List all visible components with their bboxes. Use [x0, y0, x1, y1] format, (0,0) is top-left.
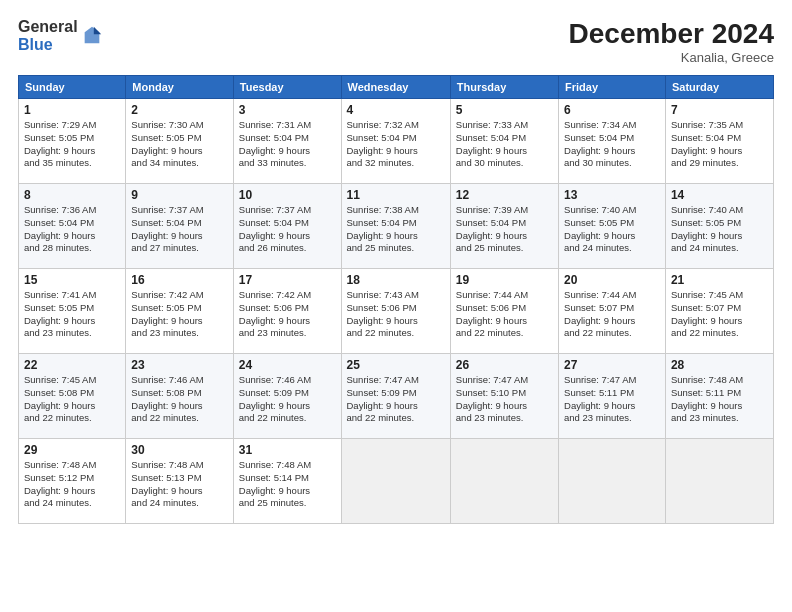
day-cell: 19Sunrise: 7:44 AM Sunset: 5:06 PM Dayli… — [450, 269, 558, 354]
day-cell: 3Sunrise: 7:31 AM Sunset: 5:04 PM Daylig… — [233, 99, 341, 184]
day-number: 13 — [564, 188, 660, 202]
day-number: 8 — [24, 188, 120, 202]
day-header-sunday: Sunday — [19, 76, 126, 99]
day-number: 1 — [24, 103, 120, 117]
calendar-table: SundayMondayTuesdayWednesdayThursdayFrid… — [18, 75, 774, 524]
day-cell: 11Sunrise: 7:38 AM Sunset: 5:04 PM Dayli… — [341, 184, 450, 269]
day-cell: 24Sunrise: 7:46 AM Sunset: 5:09 PM Dayli… — [233, 354, 341, 439]
day-number: 21 — [671, 273, 768, 287]
day-number: 14 — [671, 188, 768, 202]
week-row-0: 1Sunrise: 7:29 AM Sunset: 5:05 PM Daylig… — [19, 99, 774, 184]
day-number: 17 — [239, 273, 336, 287]
day-info: Sunrise: 7:32 AM Sunset: 5:04 PM Dayligh… — [347, 119, 445, 170]
month-title: December 2024 — [569, 18, 774, 50]
week-row-1: 8Sunrise: 7:36 AM Sunset: 5:04 PM Daylig… — [19, 184, 774, 269]
day-info: Sunrise: 7:35 AM Sunset: 5:04 PM Dayligh… — [671, 119, 768, 170]
day-cell: 31Sunrise: 7:48 AM Sunset: 5:14 PM Dayli… — [233, 439, 341, 524]
logo-text: General Blue — [18, 18, 78, 53]
day-cell: 12Sunrise: 7:39 AM Sunset: 5:04 PM Dayli… — [450, 184, 558, 269]
day-info: Sunrise: 7:41 AM Sunset: 5:05 PM Dayligh… — [24, 289, 120, 340]
day-cell — [665, 439, 773, 524]
day-cell: 16Sunrise: 7:42 AM Sunset: 5:05 PM Dayli… — [126, 269, 233, 354]
day-cell: 8Sunrise: 7:36 AM Sunset: 5:04 PM Daylig… — [19, 184, 126, 269]
day-number: 31 — [239, 443, 336, 457]
day-header-thursday: Thursday — [450, 76, 558, 99]
day-info: Sunrise: 7:47 AM Sunset: 5:10 PM Dayligh… — [456, 374, 553, 425]
day-info: Sunrise: 7:39 AM Sunset: 5:04 PM Dayligh… — [456, 204, 553, 255]
header: General Blue December 2024 Kanalia, Gree… — [18, 18, 774, 65]
day-number: 28 — [671, 358, 768, 372]
day-number: 29 — [24, 443, 120, 457]
day-number: 2 — [131, 103, 227, 117]
day-info: Sunrise: 7:42 AM Sunset: 5:06 PM Dayligh… — [239, 289, 336, 340]
day-cell: 30Sunrise: 7:48 AM Sunset: 5:13 PM Dayli… — [126, 439, 233, 524]
logo-icon — [81, 25, 103, 47]
day-cell: 26Sunrise: 7:47 AM Sunset: 5:10 PM Dayli… — [450, 354, 558, 439]
day-info: Sunrise: 7:46 AM Sunset: 5:09 PM Dayligh… — [239, 374, 336, 425]
day-number: 9 — [131, 188, 227, 202]
day-number: 7 — [671, 103, 768, 117]
day-info: Sunrise: 7:37 AM Sunset: 5:04 PM Dayligh… — [131, 204, 227, 255]
day-number: 20 — [564, 273, 660, 287]
day-number: 16 — [131, 273, 227, 287]
day-cell: 18Sunrise: 7:43 AM Sunset: 5:06 PM Dayli… — [341, 269, 450, 354]
day-number: 4 — [347, 103, 445, 117]
day-info: Sunrise: 7:40 AM Sunset: 5:05 PM Dayligh… — [564, 204, 660, 255]
day-cell: 2Sunrise: 7:30 AM Sunset: 5:05 PM Daylig… — [126, 99, 233, 184]
day-info: Sunrise: 7:45 AM Sunset: 5:07 PM Dayligh… — [671, 289, 768, 340]
day-info: Sunrise: 7:48 AM Sunset: 5:13 PM Dayligh… — [131, 459, 227, 510]
day-number: 11 — [347, 188, 445, 202]
day-info: Sunrise: 7:44 AM Sunset: 5:06 PM Dayligh… — [456, 289, 553, 340]
day-number: 19 — [456, 273, 553, 287]
day-info: Sunrise: 7:34 AM Sunset: 5:04 PM Dayligh… — [564, 119, 660, 170]
day-cell: 13Sunrise: 7:40 AM Sunset: 5:05 PM Dayli… — [559, 184, 666, 269]
day-cell: 5Sunrise: 7:33 AM Sunset: 5:04 PM Daylig… — [450, 99, 558, 184]
logo-general: General — [18, 18, 78, 36]
day-info: Sunrise: 7:48 AM Sunset: 5:14 PM Dayligh… — [239, 459, 336, 510]
day-info: Sunrise: 7:36 AM Sunset: 5:04 PM Dayligh… — [24, 204, 120, 255]
day-number: 6 — [564, 103, 660, 117]
day-info: Sunrise: 7:47 AM Sunset: 5:09 PM Dayligh… — [347, 374, 445, 425]
day-cell: 23Sunrise: 7:46 AM Sunset: 5:08 PM Dayli… — [126, 354, 233, 439]
day-header-monday: Monday — [126, 76, 233, 99]
day-info: Sunrise: 7:30 AM Sunset: 5:05 PM Dayligh… — [131, 119, 227, 170]
day-number: 25 — [347, 358, 445, 372]
day-cell: 1Sunrise: 7:29 AM Sunset: 5:05 PM Daylig… — [19, 99, 126, 184]
day-number: 3 — [239, 103, 336, 117]
day-info: Sunrise: 7:33 AM Sunset: 5:04 PM Dayligh… — [456, 119, 553, 170]
day-info: Sunrise: 7:38 AM Sunset: 5:04 PM Dayligh… — [347, 204, 445, 255]
day-info: Sunrise: 7:45 AM Sunset: 5:08 PM Dayligh… — [24, 374, 120, 425]
day-number: 10 — [239, 188, 336, 202]
logo: General Blue — [18, 18, 103, 53]
day-number: 5 — [456, 103, 553, 117]
day-number: 26 — [456, 358, 553, 372]
day-header-wednesday: Wednesday — [341, 76, 450, 99]
day-cell: 4Sunrise: 7:32 AM Sunset: 5:04 PM Daylig… — [341, 99, 450, 184]
day-number: 15 — [24, 273, 120, 287]
day-info: Sunrise: 7:48 AM Sunset: 5:12 PM Dayligh… — [24, 459, 120, 510]
day-cell: 6Sunrise: 7:34 AM Sunset: 5:04 PM Daylig… — [559, 99, 666, 184]
logo-blue: Blue — [18, 36, 78, 54]
day-cell: 21Sunrise: 7:45 AM Sunset: 5:07 PM Dayli… — [665, 269, 773, 354]
day-cell: 25Sunrise: 7:47 AM Sunset: 5:09 PM Dayli… — [341, 354, 450, 439]
day-cell: 22Sunrise: 7:45 AM Sunset: 5:08 PM Dayli… — [19, 354, 126, 439]
day-header-saturday: Saturday — [665, 76, 773, 99]
day-info: Sunrise: 7:46 AM Sunset: 5:08 PM Dayligh… — [131, 374, 227, 425]
day-header-tuesday: Tuesday — [233, 76, 341, 99]
day-info: Sunrise: 7:29 AM Sunset: 5:05 PM Dayligh… — [24, 119, 120, 170]
day-cell — [450, 439, 558, 524]
day-cell: 20Sunrise: 7:44 AM Sunset: 5:07 PM Dayli… — [559, 269, 666, 354]
day-cell — [341, 439, 450, 524]
day-cell: 28Sunrise: 7:48 AM Sunset: 5:11 PM Dayli… — [665, 354, 773, 439]
calendar-container: General Blue December 2024 Kanalia, Gree… — [0, 0, 792, 612]
day-info: Sunrise: 7:44 AM Sunset: 5:07 PM Dayligh… — [564, 289, 660, 340]
day-cell: 7Sunrise: 7:35 AM Sunset: 5:04 PM Daylig… — [665, 99, 773, 184]
week-row-3: 22Sunrise: 7:45 AM Sunset: 5:08 PM Dayli… — [19, 354, 774, 439]
day-info: Sunrise: 7:43 AM Sunset: 5:06 PM Dayligh… — [347, 289, 445, 340]
day-cell: 14Sunrise: 7:40 AM Sunset: 5:05 PM Dayli… — [665, 184, 773, 269]
header-row: SundayMondayTuesdayWednesdayThursdayFrid… — [19, 76, 774, 99]
day-number: 12 — [456, 188, 553, 202]
day-info: Sunrise: 7:31 AM Sunset: 5:04 PM Dayligh… — [239, 119, 336, 170]
title-section: December 2024 Kanalia, Greece — [569, 18, 774, 65]
day-cell: 27Sunrise: 7:47 AM Sunset: 5:11 PM Dayli… — [559, 354, 666, 439]
